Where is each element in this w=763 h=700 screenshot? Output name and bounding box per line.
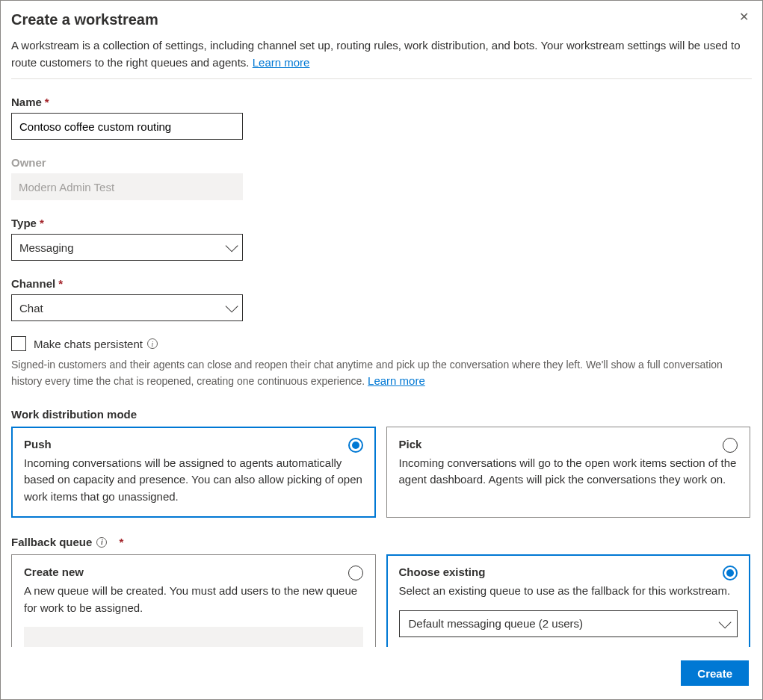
create-button[interactable]: Create bbox=[681, 660, 749, 686]
channel-label: Channel * bbox=[11, 277, 750, 290]
create-new-desc: A new queue will be created. You must ad… bbox=[24, 583, 363, 616]
owner-readonly: Modern Admin Test bbox=[11, 173, 243, 200]
choose-existing-radio[interactable] bbox=[723, 566, 738, 580]
fallback-choose-card[interactable]: Choose existing Select an existing queue… bbox=[386, 554, 751, 647]
create-new-radio[interactable] bbox=[348, 566, 363, 580]
persistent-checkbox[interactable] bbox=[11, 336, 26, 351]
push-title: Push bbox=[24, 438, 52, 450]
push-radio[interactable] bbox=[348, 438, 363, 453]
info-icon[interactable]: i bbox=[147, 338, 158, 349]
pick-radio[interactable] bbox=[723, 438, 738, 453]
page-description: A workstream is a collection of settings… bbox=[11, 37, 752, 79]
create-new-input bbox=[24, 627, 363, 647]
create-workstream-panel: Create a workstream ✕ A workstream is a … bbox=[0, 0, 763, 700]
push-desc: Incoming conversations will be assigned … bbox=[24, 455, 363, 506]
persistent-label: Make chats persistent i bbox=[34, 338, 158, 350]
pick-title: Pick bbox=[399, 438, 422, 450]
learn-more-link[interactable]: Learn more bbox=[253, 56, 310, 69]
work-dist-pick-card[interactable]: Pick Incoming conversations will go to t… bbox=[386, 427, 751, 518]
owner-label: Owner bbox=[11, 156, 750, 169]
type-label: Type * bbox=[11, 217, 750, 229]
choose-existing-select[interactable]: Default messaging queue (2 users) bbox=[399, 610, 738, 637]
info-icon[interactable]: i bbox=[96, 537, 107, 548]
chevron-down-icon bbox=[226, 300, 238, 312]
chevron-down-icon bbox=[719, 616, 732, 628]
page-title: Create a workstream bbox=[11, 11, 158, 28]
create-new-title: Create new bbox=[24, 566, 84, 578]
name-label: Name * bbox=[11, 96, 750, 108]
close-icon[interactable]: ✕ bbox=[736, 11, 752, 23]
persistent-helper: Signed-in customers and their agents can… bbox=[11, 357, 750, 390]
required-indicator: * bbox=[40, 217, 44, 229]
choose-existing-title: Choose existing bbox=[399, 566, 486, 578]
required-indicator: * bbox=[120, 536, 124, 548]
name-input[interactable] bbox=[11, 113, 243, 140]
type-select[interactable]: Messaging bbox=[11, 234, 243, 261]
fallback-label: Fallback queue i * bbox=[11, 536, 750, 548]
choose-existing-desc: Select an existing queue to use as the f… bbox=[399, 583, 738, 600]
fallback-create-card[interactable]: Create new A new queue will be created. … bbox=[11, 554, 376, 647]
learn-more-link[interactable]: Learn more bbox=[368, 374, 425, 387]
chevron-down-icon bbox=[226, 239, 238, 252]
work-dist-label: Work distribution mode bbox=[11, 408, 750, 421]
required-indicator: * bbox=[45, 96, 49, 108]
work-dist-push-card[interactable]: Push Incoming conversations will be assi… bbox=[11, 427, 376, 518]
pick-desc: Incoming conversations will go to the op… bbox=[399, 455, 738, 489]
channel-select[interactable]: Chat bbox=[11, 294, 243, 321]
required-indicator: * bbox=[58, 277, 63, 290]
